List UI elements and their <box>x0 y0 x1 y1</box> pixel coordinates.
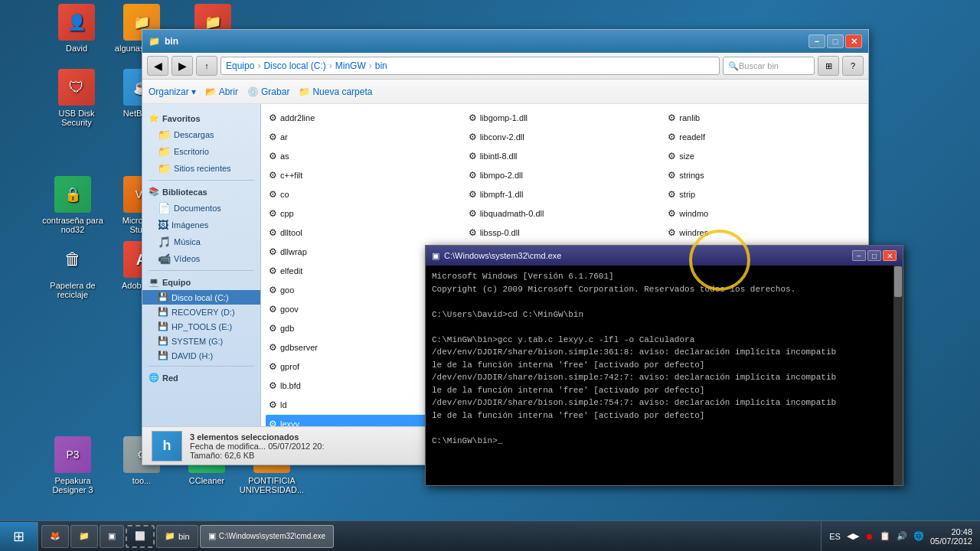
network-icon: 🌐 <box>149 373 159 383</box>
drive-icon: 💾 <box>158 292 168 302</box>
cmd-line: C:\MinGW\bin>gcc y.tab.c lexyy.c -lfl -o… <box>432 334 887 347</box>
list-item[interactable]: ⚙windres <box>665 223 864 242</box>
folder-icon: 🎵 <box>158 236 171 248</box>
list-item[interactable]: ⚙c++filt <box>266 166 465 184</box>
sidebar-item-david-h[interactable]: 💾 DAVID (H:) <box>142 348 260 363</box>
cmd-line: /dev/env/DJDIR/share/bison.simple:361:8:… <box>432 346 887 359</box>
sidebar-item-escritorio[interactable]: 📁 Escritorio <box>142 143 260 160</box>
sidebar-item-system-g[interactable]: 💾 SYSTEM (G:) <box>142 334 260 348</box>
list-item[interactable]: ⚙cpp <box>266 204 465 223</box>
breadcrumb-c[interactable]: Disco local (C:) <box>263 60 325 71</box>
list-item[interactable]: ⚙windmo <box>665 204 864 223</box>
list-item[interactable]: ⚙libgomp-1.dll <box>466 109 665 127</box>
cmd-minimize-button[interactable]: − <box>852 250 866 261</box>
desktop-icon-pepakura[interactable]: P3 Pepakura Designer 3 <box>42 436 103 494</box>
breadcrumb-equipo[interactable]: Equipo <box>226 60 254 71</box>
size-label: Tamaño: <box>190 451 222 460</box>
list-item[interactable]: ⚙addr2line <box>266 109 465 127</box>
view-options-button[interactable]: ⊞ <box>818 56 839 76</box>
libraries-header[interactable]: 📚 Bibliotecas <box>142 184 260 200</box>
explorer-title: bin <box>165 36 178 47</box>
explorer-titlebar: 📁 bin − □ ✕ <box>142 30 868 53</box>
cmd-window: ▣ C:\Windows\system32\cmd.exe − □ ✕ Micr… <box>425 245 903 486</box>
sidebar-item-recovery-d[interactable]: 💾 RECOVERY (D:) <box>142 305 260 319</box>
taskbar-icon-cmd[interactable]: ▣ <box>100 525 124 548</box>
computer-header[interactable]: 💻 Equipo <box>142 274 260 290</box>
up-button[interactable]: ↑ <box>196 56 217 76</box>
new-folder-button[interactable]: 📁Nueva carpeta <box>299 86 372 97</box>
cmd-line: C:\MinGW\bin>_ <box>432 435 887 448</box>
cmd-line <box>432 422 887 435</box>
cmd-scrollbar[interactable] <box>893 266 903 485</box>
list-item[interactable]: ⚙libquadmath-0.dll <box>466 204 665 223</box>
close-button[interactable]: ✕ <box>845 34 862 48</box>
explorer-toolbar: ◀ ▶ ↑ Equipo › Disco local (C:) › MinGW … <box>142 53 868 80</box>
drive-icon: 💾 <box>158 307 168 317</box>
search-placeholder: Buscar bin <box>739 61 779 70</box>
start-button[interactable]: ⊞ <box>0 522 38 551</box>
taskbar-icon-dotted[interactable]: ⬜ <box>126 525 155 548</box>
list-item[interactable]: ⚙libssp-0.dll <box>466 223 665 242</box>
desktop-icon-david[interactable]: 👤 David <box>46 4 107 53</box>
network-section: 🌐 Red <box>142 370 260 386</box>
forward-button[interactable]: ▶ <box>172 56 193 76</box>
open-button[interactable]: 📂Abrir <box>205 86 238 97</box>
taskbar-item-bin[interactable]: 📁 bin <box>156 525 198 548</box>
favorites-section: ⭐ Favoritos 📁 Descargas 📁 Escritorio 📁 S… <box>142 110 260 177</box>
help-button[interactable]: ? <box>842 56 864 76</box>
list-item[interactable]: ⚙strings <box>665 166 864 184</box>
back-button[interactable]: ◀ <box>147 56 168 76</box>
list-item[interactable]: ⚙ar <box>266 128 465 146</box>
maximize-button[interactable]: □ <box>827 34 844 48</box>
taskbar-clock: 20:48 05/07/2012 <box>930 527 972 546</box>
list-item[interactable]: ⚙as <box>266 147 465 165</box>
cmd-line <box>432 295 887 308</box>
minimize-button[interactable]: − <box>808 34 825 48</box>
list-item[interactable]: ⚙libintl-8.dll <box>466 147 665 165</box>
cmd-line: le de la función interna 'free' [activad… <box>432 359 887 372</box>
burn-button[interactable]: 💿Grabar <box>247 86 289 97</box>
list-item[interactable]: ⚙size <box>665 147 864 165</box>
sidebar-item-sitios-recientes[interactable]: 📁 Sitios recientes <box>142 160 260 177</box>
sidebar-item-disco-c[interactable]: 💾 Disco local (C:) <box>142 290 260 305</box>
favorites-header[interactable]: ⭐ Favoritos <box>142 110 260 126</box>
list-item[interactable]: ⚙libmpo-2.dll <box>466 166 665 184</box>
search-box[interactable]: 🔍 Buscar bin <box>723 57 815 75</box>
sidebar-item-musica[interactable]: 🎵 Música <box>142 233 260 250</box>
folder-icon: 📁 <box>158 162 171 174</box>
desktop-icon-contrasena[interactable]: 🔒 contraseña para nod32 <box>42 176 103 234</box>
taskbar-item-cmd[interactable]: ▣ C:\Windows\system32\cmd.exe <box>200 525 335 548</box>
date-label: Fecha de modifica... <box>190 442 266 451</box>
desktop: 👤 David 📁 algunas cosas 📁 flex y bison 🛡… <box>0 0 980 551</box>
list-item[interactable]: ⚙libmpfr-1.dll <box>466 185 665 204</box>
list-item[interactable]: ⚙co <box>266 185 465 204</box>
cmd-line: Copyright (c) 2009 Microsoft Corporation… <box>432 283 887 296</box>
list-item[interactable]: ⚙strip <box>665 185 864 204</box>
sidebar-item-documentos[interactable]: 📄 Documentos <box>142 200 260 217</box>
network-header[interactable]: 🌐 Red <box>142 370 260 386</box>
desktop-icon-usb[interactable]: 🛡 USB Disk Security <box>46 69 107 127</box>
sidebar-item-hp-tools-e[interactable]: 💾 HP_TOOLS (E:) <box>142 319 260 334</box>
list-item[interactable]: ⚙dlltool <box>266 223 465 242</box>
cmd-titlebar: ▣ C:\Windows\system32\cmd.exe − □ ✕ <box>426 246 903 266</box>
list-item[interactable]: ⚙libconv-2.dll <box>466 128 665 146</box>
taskbar-icon-explorer[interactable]: 📁 <box>70 525 98 548</box>
desktop-icon-papelera[interactable]: 🗑 Papelera de reciclaje <box>42 241 103 299</box>
breadcrumb-bin[interactable]: bin <box>375 60 387 71</box>
address-bar[interactable]: Equipo › Disco local (C:) › MinGW › bin <box>220 57 720 75</box>
sidebar-item-imagenes[interactable]: 🖼 Imágenes <box>142 217 260 233</box>
sidebar-item-videos[interactable]: 📹 Vídeos <box>142 250 260 267</box>
list-item[interactable]: ⚙readelf <box>665 128 864 146</box>
sidebar-item-descargas[interactable]: 📁 Descargas <box>142 126 260 143</box>
drive-icon: 💾 <box>158 321 168 331</box>
organize-button[interactable]: Organizar▾ <box>149 86 196 97</box>
cmd-close-button[interactable]: ✕ <box>883 250 897 261</box>
taskbar-icon-firefox[interactable]: 🦊 <box>41 525 69 548</box>
language-indicator[interactable]: ES <box>829 532 841 541</box>
cmd-icon: ▣ <box>432 251 439 261</box>
cmd-maximize-button[interactable]: □ <box>867 250 881 261</box>
breadcrumb-mingw[interactable]: MinGW <box>335 60 366 71</box>
cmd-content[interactable]: Microsoft Windows [Versión 6.1.7601] Cop… <box>426 266 893 485</box>
folder-icon: 📄 <box>158 202 171 214</box>
list-item[interactable]: ⚙ranlib <box>665 109 864 127</box>
